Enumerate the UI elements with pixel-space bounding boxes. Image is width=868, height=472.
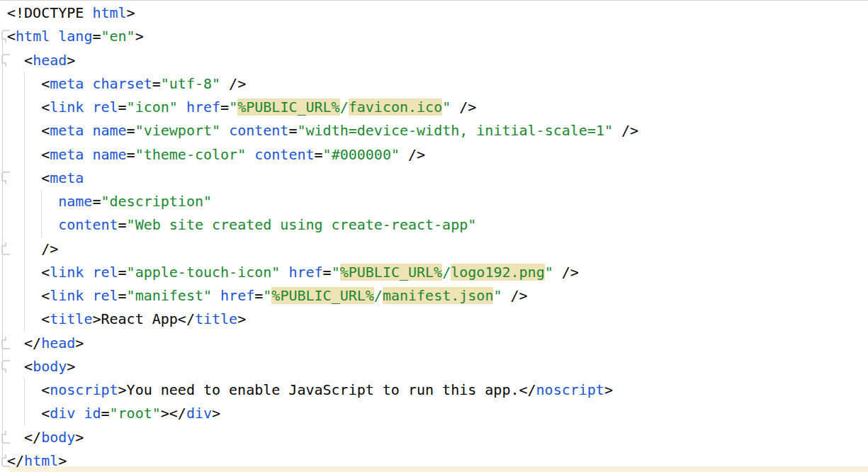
fold-collapse-handle[interactable] — [0, 52, 11, 68]
code-token: <!DOCTYPE — [7, 4, 92, 21]
code-token: "Web site created using create-react-app… — [127, 216, 477, 233]
code-token: title — [50, 310, 92, 327]
fold-end-handle[interactable] — [0, 335, 11, 351]
code-token: >You need to enable JavaScript to run th… — [118, 381, 536, 398]
code-line-17[interactable]: <noscript>You need to enable JavaScript … — [0, 378, 868, 402]
code-line-14[interactable]: <title>React App</title> — [0, 308, 868, 331]
code-line-7[interactable]: <meta name="theme-color" content="#00000… — [0, 143, 868, 167]
code-token: < — [7, 381, 50, 398]
code-line-20[interactable]: </html> — [0, 449, 868, 472]
fold-end-handle[interactable] — [0, 429, 11, 445]
code-token: = — [92, 193, 101, 210]
code-token: /> — [7, 240, 58, 257]
code-token — [280, 264, 288, 281]
code-token: < — [7, 264, 50, 281]
code-token: /> — [502, 287, 527, 304]
code-token: = — [288, 122, 297, 139]
code-line-3[interactable]: <head> — [0, 49, 868, 72]
code-token: > — [75, 335, 84, 352]
code-token: = — [118, 287, 127, 304]
code-token: > — [237, 310, 246, 327]
code-token: < — [7, 169, 50, 186]
code-token — [84, 287, 92, 304]
code-token: charset — [92, 75, 152, 92]
code-token: lang — [58, 28, 92, 45]
code-token — [84, 146, 92, 163]
code-token: "utf-8" — [161, 75, 220, 92]
code-token: < — [7, 99, 50, 116]
code-token: manifest.json — [383, 287, 494, 304]
fold-collapse-handle[interactable] — [0, 359, 11, 374]
code-token: = — [127, 146, 135, 163]
code-token: meta — [50, 75, 84, 92]
code-line-9[interactable]: name="description" — [0, 190, 868, 213]
code-line-5[interactable]: <link rel="icon" href="%PUBLIC_URL%/favi… — [0, 96, 868, 119]
code-line-13[interactable]: <link rel="manifest" href="%PUBLIC_URL%/… — [0, 284, 868, 308]
code-line-4[interactable]: <meta charset="utf-8" /> — [0, 72, 868, 96]
code-token: = — [315, 146, 323, 163]
code-line-15[interactable]: </head> — [0, 332, 868, 355]
code-token: = — [323, 264, 332, 281]
code-token: name — [92, 122, 126, 139]
code-line-18[interactable]: <div id="root"></div> — [0, 402, 868, 425]
code-token: / — [442, 264, 451, 281]
code-token: = — [254, 287, 263, 304]
code-token: meta — [50, 122, 84, 139]
code-line-10[interactable]: content="Web site created using create-r… — [0, 213, 868, 237]
code-token — [220, 122, 229, 139]
code-token: > — [58, 452, 67, 469]
code-token — [75, 405, 84, 422]
code-token: /> — [553, 264, 579, 281]
code-token: = — [118, 216, 127, 233]
code-token: > — [135, 28, 144, 45]
code-token: < — [7, 75, 50, 92]
code-token: rel — [92, 287, 118, 304]
code-token: > — [127, 4, 135, 21]
code-token: </ — [7, 429, 41, 446]
code-token: >React App</ — [92, 310, 195, 327]
code-token — [84, 122, 92, 139]
code-token: html — [16, 28, 50, 45]
code-token: < — [7, 287, 50, 304]
code-token: html — [24, 452, 58, 469]
code-token: " — [493, 287, 502, 304]
code-token — [7, 193, 58, 210]
code-token: "#000000" — [323, 146, 400, 163]
code-token: link — [50, 287, 84, 304]
code-token: meta — [50, 146, 84, 163]
code-token — [7, 216, 58, 233]
code-token: > — [604, 381, 613, 398]
code-token: rel — [92, 99, 118, 116]
code-token: </ — [7, 335, 41, 352]
code-line-8[interactable]: <meta — [0, 167, 868, 190]
code-line-6[interactable]: <meta name="viewport" content="width=dev… — [0, 119, 868, 142]
code-token: content — [229, 122, 288, 139]
code-token: "icon" — [127, 99, 178, 116]
code-token — [84, 99, 92, 116]
code-line-12[interactable]: <link rel="apple-touch-icon" href="%PUBL… — [0, 261, 868, 284]
code-line-16[interactable]: <body> — [0, 355, 868, 378]
fold-end-handle[interactable] — [0, 453, 11, 468]
code-token — [212, 287, 220, 304]
code-area[interactable]: <!DOCTYPE html><html lang="en"> <head> <… — [0, 1, 868, 472]
code-token — [84, 264, 92, 281]
code-editor: <!DOCTYPE html><html lang="en"> <head> <… — [0, 0, 868, 472]
fold-end-handle[interactable] — [0, 241, 11, 257]
code-line-19[interactable]: </body> — [0, 426, 868, 449]
code-line-2[interactable]: <html lang="en"> — [0, 25, 868, 48]
code-token: < — [7, 405, 50, 422]
fold-collapse-handle[interactable] — [0, 28, 11, 44]
code-token: /> — [400, 146, 425, 163]
code-token: < — [7, 146, 50, 163]
code-token: %PUBLIC_URL% — [271, 287, 374, 304]
code-line-1[interactable]: <!DOCTYPE html> — [0, 1, 868, 25]
code-token: href — [288, 264, 322, 281]
code-token: "description" — [101, 193, 212, 210]
fold-collapse-handle[interactable] — [0, 170, 11, 186]
code-line-11[interactable]: /> — [0, 237, 868, 261]
code-token: body — [33, 358, 67, 375]
code-token: > — [212, 405, 220, 422]
code-token: " — [229, 99, 237, 116]
code-token: div — [186, 405, 212, 422]
code-token: > — [67, 358, 75, 375]
